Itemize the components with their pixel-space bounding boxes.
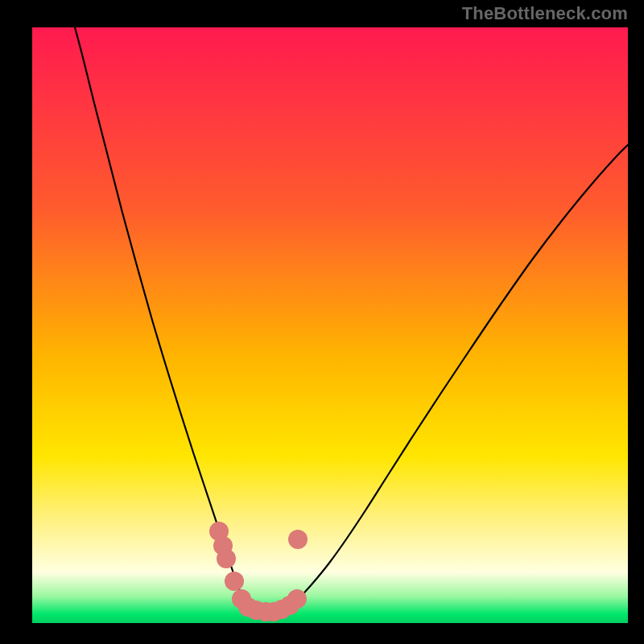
- data-point: [225, 572, 244, 591]
- data-point: [287, 589, 307, 609]
- gradient-background: [32, 27, 628, 623]
- data-point: [217, 549, 236, 568]
- watermark-text: TheBottleneck.com: [462, 3, 628, 24]
- data-point: [288, 530, 308, 549]
- plot-area: [32, 27, 628, 623]
- chart-frame: TheBottleneck.com: [0, 0, 644, 644]
- plot-svg: [32, 27, 628, 623]
